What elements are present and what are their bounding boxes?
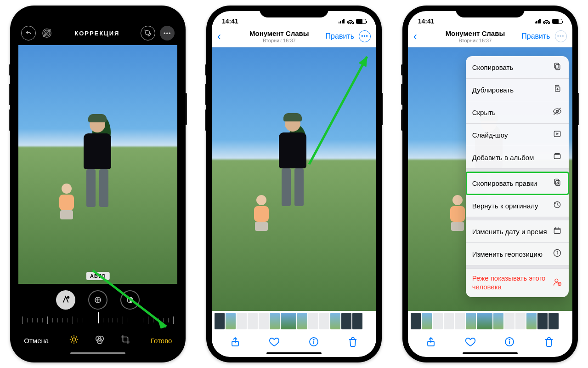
- svg-rect-34: [554, 63, 559, 68]
- svg-point-46: [557, 183, 558, 184]
- menu-item-label: Слайд-шоу: [472, 131, 508, 139]
- menu-item-label: Изменить дату и время: [472, 228, 547, 236]
- svg-line-17: [76, 337, 77, 338]
- menu-copy-edits[interactable]: Скопировать правки: [466, 172, 569, 195]
- dial-auto[interactable]: [56, 290, 75, 310]
- undo-icon[interactable]: [21, 26, 36, 40]
- back-button[interactable]: ‹: [217, 30, 233, 43]
- navbar: ‹ Монумент Славы Вторник 16:37 Править •…: [212, 27, 376, 47]
- auto-badge: АВТО: [86, 272, 109, 280]
- location-icon: [552, 248, 562, 259]
- menu-item-label: Добавить в альбом: [472, 154, 534, 161]
- menu-item-label: Дублировать: [472, 86, 514, 94]
- menu-copy[interactable]: Скопировать: [466, 56, 569, 79]
- svg-line-14: [71, 337, 72, 338]
- nav-subtitle: Вторник 16:37: [429, 38, 522, 43]
- cancel-button[interactable]: Отмена: [24, 337, 49, 345]
- more-button[interactable]: •••: [359, 30, 371, 42]
- thumbnail-strip[interactable]: [408, 311, 572, 331]
- menu-item-label: Скопировать: [472, 63, 514, 71]
- calendar-icon: [552, 226, 562, 237]
- menu-slideshow[interactable]: Слайд-шоу: [466, 124, 569, 146]
- svg-rect-44: [555, 181, 560, 186]
- favorite-button[interactable]: [463, 336, 478, 348]
- photo-preview[interactable]: АВТО: [18, 45, 177, 284]
- home-indicator[interactable]: [463, 352, 518, 354]
- home-indicator[interactable]: [266, 352, 322, 354]
- copy-icon: [552, 62, 562, 73]
- wifi-icon: [543, 19, 550, 24]
- status-time: 14:41: [418, 17, 435, 25]
- nav-title: Монумент Славы: [233, 29, 326, 37]
- svg-point-4: [68, 297, 69, 299]
- svg-line-15: [76, 342, 77, 343]
- svg-point-9: [72, 338, 75, 341]
- svg-marker-41: [556, 133, 559, 135]
- info-button[interactable]: [502, 336, 517, 348]
- share-button[interactable]: [228, 336, 243, 348]
- more-icon[interactable]: •••: [160, 26, 175, 40]
- svg-point-28: [313, 339, 314, 340]
- svg-point-32: [509, 339, 510, 340]
- menu-hide[interactable]: Скрыть: [466, 101, 569, 124]
- menu-duplicate[interactable]: Дублировать: [466, 79, 569, 101]
- info-button[interactable]: [306, 336, 321, 348]
- edit-button[interactable]: Править: [521, 32, 550, 40]
- live-off-icon[interactable]: [40, 26, 53, 40]
- phone-editor: КОРРЕКЦИЯ •••: [10, 6, 186, 362]
- menu-add-album[interactable]: Добавить в альбом: [466, 146, 569, 169]
- svg-point-55: [555, 279, 558, 282]
- menu-item-label: Скрыть: [472, 109, 496, 116]
- tab-crop-icon[interactable]: [120, 334, 130, 347]
- svg-line-16: [71, 342, 72, 343]
- menu-edit-date[interactable]: Изменить дату и время: [466, 220, 569, 243]
- done-button[interactable]: Готово: [151, 337, 172, 345]
- hide-icon: [552, 107, 562, 118]
- wifi-icon: [347, 19, 354, 24]
- menu-revert[interactable]: Вернуть к оригиналу: [466, 195, 569, 217]
- adjust-dials: [16, 286, 180, 311]
- more-button[interactable]: •••: [555, 30, 567, 42]
- dial-brilliance[interactable]: [120, 290, 140, 310]
- phone-viewer-menu: 14:41 ‹ Монумент Славы Вторник 16:37 Пра…: [402, 6, 578, 362]
- menu-edit-location[interactable]: Изменить геопозицию: [466, 243, 569, 265]
- phone-viewer: 14:41 ‹ Монумент Славы Вторник 16:37 Пра…: [206, 6, 382, 362]
- markup-icon[interactable]: [141, 26, 155, 40]
- status-time: 14:41: [222, 17, 238, 25]
- tab-adjust-icon[interactable]: [69, 334, 79, 347]
- svg-rect-48: [554, 228, 560, 234]
- tab-filters-icon[interactable]: [95, 334, 105, 347]
- menu-item-label: Изменить геопозицию: [472, 250, 543, 258]
- thumbnail-strip[interactable]: [212, 311, 376, 331]
- editor-title: КОРРЕКЦИЯ: [74, 30, 119, 37]
- delete-button[interactable]: [542, 336, 556, 348]
- album-icon: [552, 152, 562, 163]
- back-button[interactable]: ‹: [413, 30, 429, 43]
- copy-edits-icon: [552, 178, 562, 189]
- slideshow-icon: [552, 129, 562, 140]
- svg-point-54: [557, 251, 557, 252]
- menu-item-label: Вернуть к оригиналу: [472, 202, 538, 210]
- dial-exposure[interactable]: [88, 290, 107, 310]
- battery-icon: [356, 19, 366, 24]
- favorite-button[interactable]: [267, 336, 282, 348]
- home-indicator[interactable]: [70, 352, 125, 354]
- menu-item-label: Реже показывать этого человека: [472, 274, 546, 292]
- menu-item-label: Скопировать правки: [472, 179, 537, 187]
- navbar: ‹ Монумент Славы Вторник 16:37 Править •…: [408, 27, 572, 47]
- photo-view[interactable]: [212, 47, 376, 311]
- share-button[interactable]: [424, 336, 438, 348]
- edit-button[interactable]: Править: [326, 32, 354, 40]
- duplicate-icon: [552, 84, 562, 95]
- revert-icon: [552, 200, 562, 211]
- adjust-slider[interactable]: [22, 312, 174, 328]
- delete-button[interactable]: [345, 336, 360, 348]
- nav-title: Монумент Славы: [429, 29, 522, 37]
- battery-icon: [552, 19, 562, 24]
- svg-rect-33: [555, 65, 560, 70]
- cellular-icon: [339, 19, 345, 23]
- person-less-icon: [552, 277, 562, 288]
- nav-subtitle: Вторник 16:37: [233, 38, 326, 43]
- menu-feature-less[interactable]: Реже показывать этого человека: [466, 269, 569, 297]
- actions-menu: Скопировать Дублировать Скрыть Слайд-шоу…: [466, 56, 569, 297]
